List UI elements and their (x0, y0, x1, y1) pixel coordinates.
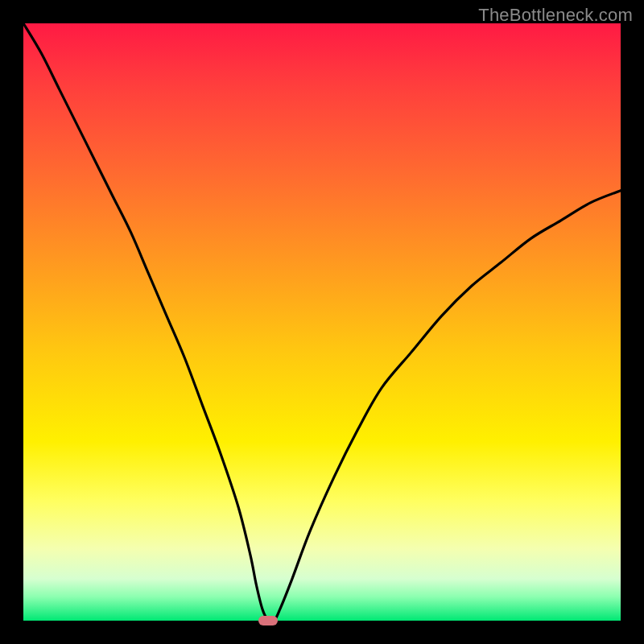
plot-area (23, 23, 621, 621)
optimal-marker (258, 616, 278, 625)
bottleneck-curve (23, 23, 621, 621)
